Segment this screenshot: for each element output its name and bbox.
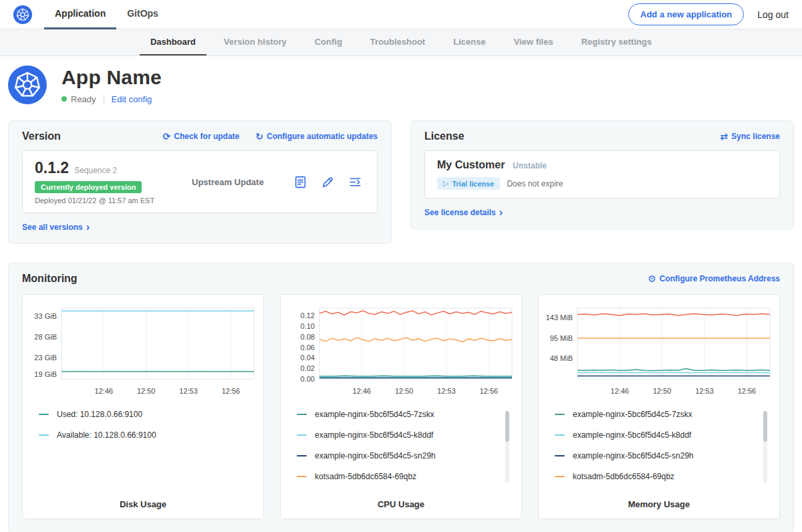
scrollbar-thumb[interactable] [763,411,767,442]
chart-title: Disk Usage [28,493,258,512]
check-for-update-link[interactable]: ⟳ Check for update [163,132,240,141]
license-card: License ⇄ Sync license My Customer Unsta… [410,120,794,229]
logout-link[interactable]: Log out [757,9,789,20]
edit-config-icon[interactable] [321,175,335,189]
configure-automatic-updates-link[interactable]: ↻ Configure automatic updates [255,132,378,141]
svg-text:143 MiB: 143 MiB [546,313,573,321]
subnav-tab-troubleshoot[interactable]: Troubleshoot [360,29,436,55]
legend-item: Available: 10.128.0.66:9100 [39,430,251,440]
see-license-details-link[interactable]: See license details › [424,207,503,218]
refresh-icon: ⟳ [163,132,171,141]
subnav-tab-license[interactable]: License [442,29,496,55]
version-sequence: Sequence 2 [74,166,117,175]
legend-scrollbar[interactable] [505,411,509,483]
nav-tab-gitops[interactable]: GitOps [116,0,169,29]
license-card-title: License [424,130,464,142]
release-notes-icon[interactable] [293,175,307,189]
legend-item: example-nginx-5bc6f5d4c5-k8ddf [297,430,509,440]
deployed-timestamp: Deployed 01/21/22 @ 11:57 am EST [35,196,172,205]
svg-text:23 GiB: 23 GiB [34,354,57,362]
legend-item: example-nginx-5bc6f5d4c5-k8ddf [555,430,767,440]
svg-text:0.08: 0.08 [301,333,315,341]
see-all-versions-link[interactable]: See all versions › [22,222,90,233]
svg-text:12:53: 12:53 [695,387,714,395]
sync-license-link[interactable]: ⇄ Sync license [720,132,780,141]
svg-text:12:56: 12:56 [222,387,241,395]
svg-text:12:53: 12:53 [437,387,456,395]
nav-tab-label: GitOps [127,8,158,19]
legend-label: example-nginx-5bc6f5d4c5-k8ddf [573,430,691,440]
version-number: 0.1.2 [35,159,69,177]
legend-item: Used: 10.128.0.66:9100 [39,410,251,419]
svg-text:12:50: 12:50 [395,387,414,395]
deploy-logs-icon[interactable] [348,175,362,189]
see-all-versions-label: See all versions [22,223,83,232]
page-title: App Name [61,66,162,89]
legend-item: example-nginx-5bc6f5d4c5-sn29h [297,451,509,460]
subnav-tab-version-history[interactable]: Version history [213,29,297,55]
svg-text:12:56: 12:56 [480,387,499,395]
add-application-button[interactable]: Add a new application [628,3,744,25]
legend-label: Used: 10.128.0.66:9100 [57,410,142,419]
nav-tab-application[interactable]: Application [44,0,116,29]
legend-color-dash [555,455,565,456]
legend-color-dash [555,434,565,436]
version-card-title: Version [22,130,61,142]
gear-icon: ⚙ [648,274,656,283]
legend-scrollbar[interactable] [763,411,767,483]
status-dot [61,96,67,102]
subnav-tab-registry-settings[interactable]: Registry settings [571,29,662,55]
subnav-tab-view-files[interactable]: View files [503,29,564,55]
legend-color-dash [39,414,49,415]
svg-text:12:50: 12:50 [137,387,156,395]
chevron-right-icon: › [499,207,503,218]
legend-color-dash [297,476,307,477]
customer-name: My Customer [437,159,505,171]
svg-text:95 MiB: 95 MiB [550,334,573,342]
scrollbar-thumb[interactable] [505,411,509,442]
cpu-usage-legend: example-nginx-5bc6f5d4c5-7zskxexample-ng… [297,410,509,481]
subnav-tab-config[interactable]: Config [304,29,353,55]
svg-text:0.10: 0.10 [301,322,315,330]
disk-usage-legend: Used: 10.128.0.66:9100Available: 10.128.… [39,410,251,440]
legend-color-dash [555,476,565,477]
divider [104,94,104,104]
legend-label: Available: 10.128.0.66:9100 [57,430,156,440]
top-navbar: Application GitOps Add a new application… [0,0,802,29]
sync-license-label: Sync license [731,132,780,141]
legend-label: example-nginx-5bc6f5d4c5-sn29h [573,451,694,460]
app-header: App Name Ready Edit config [0,56,802,116]
configure-updates-label: Configure automatic updates [267,132,378,141]
legend-label: kotsadm-5db6dc6584-69qbz [573,472,674,481]
svg-text:48 MiB: 48 MiB [550,354,573,362]
monitoring-title: Monitoring [22,273,78,285]
monitoring-card: Monitoring ⚙ Configure Prometheus Addres… [8,263,794,532]
svg-text:12:46: 12:46 [95,387,114,395]
svg-text:28 GiB: 28 GiB [34,333,57,341]
version-source-label: Upstream Update [172,177,293,187]
configure-prometheus-label: Configure Prometheus Address [660,274,780,283]
chart-card-cpu-usage: 12:4612:5012:5312:560.120.100.080.060.04… [280,294,522,519]
app-subnav: Dashboard Version history Config Trouble… [0,29,802,56]
svg-text:12:46: 12:46 [353,387,372,395]
trial-license-label: Trial license [452,180,494,188]
svg-text:19 GiB: 19 GiB [34,370,57,378]
version-card: Version ⟳ Check for update ↻ Configure a… [8,120,392,244]
deployed-badge: Currently deployed version [35,181,142,193]
legend-label: kotsadm-5db6dc6584-69qbz [315,472,416,481]
subnav-tab-dashboard[interactable]: Dashboard [140,29,207,55]
chart-card-memory-usage: 12:4612:5012:5312:56143 MiB95 MiB48 MiB … [538,294,780,519]
cpu-usage-chart: 12:4612:5012:5312:560.120.100.080.060.04… [286,303,516,403]
edit-config-link[interactable]: Edit config [112,94,152,104]
legend-item: example-nginx-5bc6f5d4c5-sn29h [555,451,767,460]
primary-nav: Application GitOps [44,0,169,29]
legend-item: kotsadm-5db6dc6584-69qbz [555,472,767,481]
app-status: Ready [71,94,96,104]
legend-color-dash [39,434,49,436]
legend-item: example-nginx-5bc6f5d4c5-7zskx [297,410,509,419]
chart-card-disk-usage: 12:4612:5012:5312:5633 GiB28 GiB23 GiB19… [22,294,264,519]
configure-prometheus-link[interactable]: ⚙ Configure Prometheus Address [648,274,780,283]
svg-text:0.06: 0.06 [301,344,315,352]
chart-title: CPU Usage [286,493,516,512]
license-channel: Unstable [513,161,547,170]
